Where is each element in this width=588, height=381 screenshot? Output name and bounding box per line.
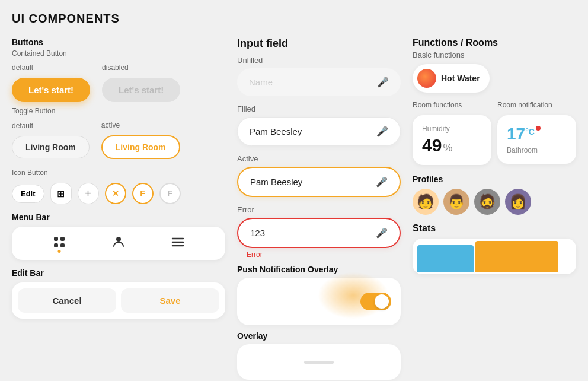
overlay-box <box>237 344 401 380</box>
hot-water-chip[interactable]: Hot Water <box>413 64 490 93</box>
temp-alert-dot <box>536 126 541 131</box>
filled-value: Pam Beesley <box>250 126 302 136</box>
error-message: Error <box>247 250 401 259</box>
avatar-3-emoji: 🧔 <box>478 193 496 210</box>
push-notification-box <box>237 278 401 325</box>
plus-icon: + <box>85 188 91 200</box>
avatar-1[interactable]: 🧑 <box>413 189 439 215</box>
menu-grid-item[interactable] <box>52 235 66 252</box>
menu-bar-section-label: Menu Bar <box>12 212 225 222</box>
icon-button-sub-label: Icon Button <box>12 169 225 177</box>
toggle-switch[interactable] <box>360 293 391 310</box>
f-orange-icon: F <box>140 189 145 198</box>
unfilled-placeholder: Name <box>249 77 273 87</box>
grid-icon: ⊞ <box>57 188 65 199</box>
humidity-card: Humidity 49 % <box>413 115 491 165</box>
bar-blue <box>417 245 474 272</box>
toggle-default-label: default <box>12 122 90 130</box>
menu-bar <box>12 227 225 260</box>
filled-state-label: Filled <box>237 104 401 113</box>
cta-button-default[interactable]: Let's start! <box>12 78 90 102</box>
contained-button-sub-label: Contained Button <box>12 49 225 58</box>
temp-value: 17 <box>507 125 525 144</box>
edit-bar-section-label: Edit Bar <box>12 268 225 278</box>
svg-point-4 <box>116 237 121 242</box>
overlay-section-label: Overlay <box>237 331 401 341</box>
toggle-button-default[interactable]: Living Room <box>12 136 90 158</box>
cancel-button[interactable]: Cancel <box>18 288 116 313</box>
mic-icon-unfilled: 🎤 <box>377 77 389 88</box>
save-button[interactable]: Save <box>121 288 219 313</box>
menu-dot <box>58 250 61 253</box>
edit-bar: Cancel Save <box>12 282 225 319</box>
menu-person-item[interactable] <box>111 235 126 252</box>
humidity-label: Humidity <box>422 125 482 133</box>
toggle-active-label: active <box>101 121 180 129</box>
avatar-4-emoji: 👩 <box>509 193 527 210</box>
overlay-handle[interactable] <box>304 361 334 364</box>
stats-chart <box>413 239 576 274</box>
buttons-section-label: Buttons <box>12 37 225 47</box>
stats-title: Stats <box>413 223 576 234</box>
push-notification-label: Push Notification Overlay <box>237 265 401 274</box>
active-state-label: Active <box>237 154 401 163</box>
plus-icon-button[interactable]: + <box>78 183 99 204</box>
bar-yellow <box>475 241 558 272</box>
f-gray-icon-button[interactable]: F <box>159 183 181 204</box>
filled-input-wrapper[interactable]: Pam Beesley 🎤 <box>237 117 401 146</box>
x-icon: ✕ <box>112 189 119 198</box>
hot-water-icon <box>417 69 436 88</box>
avatar-3[interactable]: 🧔 <box>474 189 500 215</box>
error-input-wrapper[interactable]: 123 🎤 <box>237 218 401 248</box>
menu-hamburger-item[interactable] <box>171 235 185 252</box>
active-value: Pam Beesley <box>250 177 302 187</box>
room-notification-label: Room notification <box>497 101 576 109</box>
f-orange-icon-button[interactable]: F <box>132 183 154 204</box>
profiles-row: 🧑 👨 🧔 👩 <box>413 189 576 215</box>
basic-functions-label: Basic functions <box>413 50 576 59</box>
humidity-unit: % <box>443 142 452 154</box>
error-state-label: Error <box>237 205 401 214</box>
person-menu-icon <box>111 235 126 249</box>
input-field-section-label: Input field <box>237 37 401 50</box>
avatar-1-emoji: 🧑 <box>417 193 434 210</box>
grid-menu-icon <box>52 235 66 249</box>
hamburger-menu-icon <box>171 235 185 249</box>
toggle-button-sub-label: Toggle Button <box>12 107 225 115</box>
page-title: UI COMPONENTS <box>12 12 576 26</box>
disabled-label: disabled <box>102 64 180 72</box>
mic-icon-filled: 🎤 <box>376 126 388 137</box>
edit-icon-button[interactable]: Edit <box>12 185 44 203</box>
unfilled-state-label: Unfilled <box>237 56 401 65</box>
avatar-2[interactable]: 👨 <box>443 189 469 215</box>
active-input-wrapper[interactable]: Pam Beesley 🎤 <box>237 167 401 197</box>
functions-rooms-title: Functions / Rooms <box>413 37 576 48</box>
close-icon-button[interactable]: ✕ <box>105 183 126 204</box>
svg-rect-1 <box>60 237 65 241</box>
temp-card: 17 °C Bathroom <box>497 115 576 164</box>
default-label: default <box>12 64 90 72</box>
toggle-thumb <box>375 294 389 309</box>
toggle-button-active[interactable]: Living Room <box>101 135 180 159</box>
temp-unit: °C <box>525 127 535 136</box>
bathroom-label: Bathroom <box>507 146 567 154</box>
unfilled-input-wrapper[interactable]: Name 🎤 <box>237 68 401 96</box>
profiles-label: Profiles <box>413 174 576 184</box>
f-gray-icon: F <box>167 189 172 198</box>
room-functions-label: Room functions <box>413 101 491 109</box>
svg-rect-2 <box>54 243 58 247</box>
avatar-4[interactable]: 👩 <box>505 189 531 215</box>
svg-rect-3 <box>60 243 65 247</box>
mic-icon-error: 🎤 <box>376 227 388 239</box>
humidity-value: 49 <box>422 135 442 155</box>
mic-icon-active: 🎤 <box>376 176 388 188</box>
svg-rect-0 <box>54 237 58 241</box>
avatar-2-emoji: 👨 <box>448 193 465 210</box>
error-value: 123 <box>250 228 265 238</box>
hot-water-text: Hot Water <box>441 74 480 83</box>
cta-button-disabled: Let's start! <box>102 78 180 102</box>
grid-icon-button[interactable]: ⊞ <box>50 183 72 204</box>
